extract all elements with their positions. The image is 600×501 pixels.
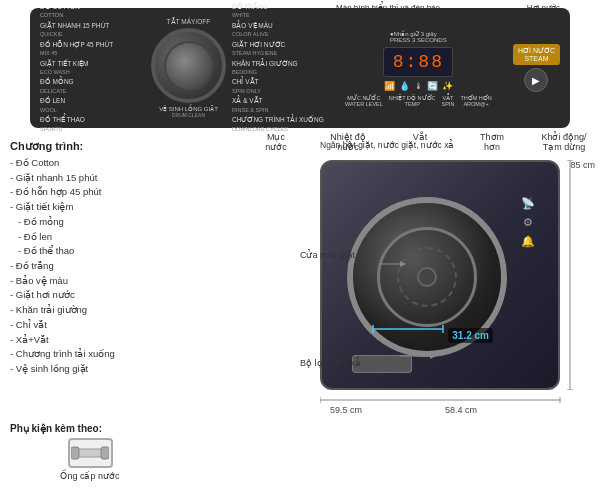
door-arrow [380,257,410,272]
pump-arrow [400,349,440,364]
width-dim-lines [320,395,570,405]
panel-right: HƠI NƯỚCSTEAM ▶ [513,44,560,92]
program-bedding: KHĂN TRẢI GIƯỜNGBEDDING [232,60,324,77]
program-white: ĐỒ TRẮNGWHITE [232,3,324,20]
program-mix45: ĐỒ HỖN HỢP 45 PHÚTMIX 45 [40,41,145,58]
pump-filter-label: Bộ lọc bơm xả [300,358,361,368]
panel-bottom-labels: MỨC NƯỚCWATER LEVEL NHIỆT ĐỘ NƯỚCTEMP VẮ… [345,95,492,107]
drum-area: TẮT MÁY/OFF VỆ SINH LỒNG GIẶTDRUM CLEAN [151,18,226,118]
panel-icons-row: 📶 💧 🌡 🔄 ✨ [384,81,453,91]
accessory-item: Ống cấp nước [10,438,170,481]
play-button[interactable]: ▶ [524,68,548,92]
list-item: - Đồ hỗn hợp 45 phút [10,185,220,200]
program-eco: GIẶT TIẾT KIỆMECO WASH [40,60,145,77]
water-level-label[interactable]: MỨC NƯỚCWATER LEVEL [345,95,383,107]
svg-rect-2 [101,447,109,459]
display-area: ●Nhấn giữ 3 giâyPRESS 3 SECONDS 8:88 📶 💧… [330,30,507,107]
program-mong: ĐỒ MỎNGDELICATE [40,78,145,95]
washer-icon-3: 🔔 [521,235,535,248]
width-dim-1: 59.5 cm [330,405,362,415]
list-item: - Đồ len [10,230,220,245]
door-measurement: 31.2 cm [448,328,493,343]
list-item: - Giặt nhanh 15 phút [10,171,220,186]
control-panel: ĐỒ COTTONCOTTON GIẶT NHANH 15 PHÚTQUICKI… [30,8,570,128]
program-quickie: GIẶT NHANH 15 PHÚTQUICKIE [40,22,145,39]
spin-icon2: 🔄 [427,81,438,91]
svg-marker-11 [430,353,436,359]
accessory-title: Phụ kiện kèm theo: [10,423,170,434]
program-steam: GIẶT HƠI NƯỚCSTEAM HYGIENE [232,41,324,58]
list-item: - Đồ thể thao [10,244,220,259]
measurement-line [368,322,448,337]
washer-icon-1: 📡 [521,197,535,210]
accessory-section: Phụ kiện kèm theo: Ống cấp nước [10,423,170,481]
program-sports: ĐỒ THỂ THAOSPORTS [40,116,145,133]
temp-icon: 🌡 [414,81,423,91]
list-item: - Giặt tiết kiệm [10,200,220,215]
arom-icon: ✨ [442,81,453,91]
play-icon: ▶ [532,75,540,86]
list-item: - Đồ mỏng [10,215,220,230]
program-download: CHƯƠNG TRÌNH TẢI XUỐNGDOWNLOAD CYCLES [232,116,324,133]
press-label: ●Nhấn giữ 3 giâyPRESS 3 SECONDS [390,30,447,43]
hose-icon [68,438,113,468]
door-label: Cửa máy giặt [300,250,355,260]
list-item: - Đồ trắng [10,259,220,274]
drum-inner [164,41,214,91]
water-icon: 💧 [399,81,410,91]
drum-clean-label: VỆ SINH LỒNG GIẶTDRUM CLEAN [151,105,226,118]
panel-left-programs: ĐỒ COTTONCOTTON GIẶT NHANH 15 PHÚTQUICKI… [40,3,145,133]
list-item: - Giặt hơi nước [10,288,220,303]
list-item: - Đồ Cotton [10,156,220,171]
arom-label[interactable]: THƠM HƠNAROM@+ [460,95,491,107]
steam-button[interactable]: HƠI NƯỚCSTEAM [513,44,560,65]
list-item: - Khăn trải giường [10,303,220,318]
svg-rect-1 [71,447,79,459]
program-text-section: Chương trình: - Đồ Cotton - Giặt nhanh 1… [10,140,220,377]
list-item: - Xả+Vắt [10,333,220,348]
svg-marker-9 [400,261,406,267]
panel-center-programs: ĐỒ TRẮNGWHITE BẢO VỆ MÀUCOLOR ALIVE GIẶT… [232,3,324,133]
list-item: - Chỉ vắt [10,318,220,333]
program-cotton: ĐỒ COTTONCOTTON [40,3,145,20]
height-dim-line [565,160,575,390]
washer-right-panel: 📡 ⚙ 🔔 [505,197,550,248]
program-len: ĐỒ LENWOOL [40,97,145,114]
drum[interactable] [151,28,226,103]
washer-icon-2: ⚙ [523,216,533,229]
wifi-icon: 📶 [384,81,395,91]
digital-display: 8:88 [383,47,453,77]
spin-label[interactable]: VẮTSPIN [442,95,455,107]
program-list: - Đồ Cotton - Giặt nhanh 15 phút - Đồ hỗ… [10,156,220,377]
accessory-label: Ống cấp nước [60,471,119,481]
temp-label[interactable]: NHIỆT ĐỘ NƯỚCTEMP [389,95,436,107]
washer-body: 31.2 cm 📡 ⚙ 🔔 [320,160,560,390]
washer-area: Ngăn bột giặt, nước giặt, nước xả 31.2 c… [300,140,590,420]
power-label[interactable]: TẮT MÁY/OFF [151,18,226,26]
width-dim-2: 58.4 cm [445,405,477,415]
program-spin: CHỈ VẮTSPIN ONLY [232,78,324,95]
program-color: BẢO VỆ MÀUCOLOR ALIVE [232,22,324,39]
washer-door-inner [377,227,477,327]
program-rinse: XẢ & VẮTRINSE & SPIN [232,97,324,114]
list-item: - Bảo vệ màu [10,274,220,289]
washer-door: 31.2 cm [347,197,507,357]
list-item: - Vệ sinh lồng giặt [10,362,220,377]
ngan-bot-label: Ngăn bột giặt, nước giặt, nước xả [320,140,454,150]
list-item: - Chương trình tải xuống [10,347,220,362]
program-title: Chương trình: [10,140,220,153]
